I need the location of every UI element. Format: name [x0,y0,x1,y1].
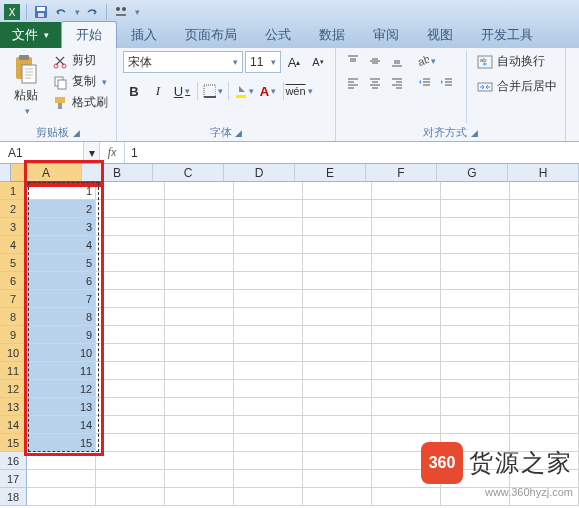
tab-developer[interactable]: 开发工具 [467,22,547,48]
cell[interactable] [441,398,510,416]
tab-view[interactable]: 视图 [413,22,467,48]
cell[interactable] [441,326,510,344]
cell[interactable] [96,434,165,452]
cell[interactable] [510,236,579,254]
cell[interactable] [96,290,165,308]
row-header[interactable]: 10 [0,344,27,362]
cell[interactable] [27,470,96,488]
cell[interactable] [303,362,372,380]
tab-formulas[interactable]: 公式 [251,22,305,48]
cell[interactable] [510,362,579,380]
cell[interactable]: 13 [27,398,96,416]
cell[interactable]: 1 [27,182,96,200]
cell[interactable] [372,290,441,308]
merge-center-button[interactable]: 合并后居中 [475,76,559,97]
cell[interactable] [165,218,234,236]
cell[interactable] [96,398,165,416]
cell[interactable] [372,200,441,218]
row-header[interactable]: 1 [0,182,27,200]
cell[interactable] [303,452,372,470]
cell[interactable] [441,236,510,254]
cell[interactable] [234,236,303,254]
cell[interactable] [510,344,579,362]
cell[interactable] [96,344,165,362]
column-header[interactable]: G [437,164,508,182]
cut-button[interactable]: 剪切 [50,51,110,70]
border-button[interactable]: ▾ [202,80,224,102]
cell[interactable] [234,272,303,290]
cell[interactable]: 12 [27,380,96,398]
cell[interactable] [372,308,441,326]
tab-page-layout[interactable]: 页面布局 [171,22,251,48]
cell[interactable] [510,200,579,218]
cell[interactable] [165,236,234,254]
cell[interactable] [234,380,303,398]
formula-input[interactable]: 1 [125,146,579,160]
cell[interactable] [303,344,372,362]
font-color-button[interactable]: A▾ [257,80,279,102]
cell[interactable] [234,344,303,362]
align-right-button[interactable] [386,73,408,93]
align-middle-button[interactable] [364,51,386,71]
cell[interactable] [165,200,234,218]
column-header[interactable]: C [153,164,224,182]
cell[interactable] [510,398,579,416]
underline-button[interactable]: U▾ [171,80,193,102]
cell[interactable] [441,344,510,362]
row-header[interactable]: 7 [0,290,27,308]
cell[interactable] [234,200,303,218]
tab-home[interactable]: 开始 [61,21,117,48]
grow-font-button[interactable]: A▴ [283,51,305,73]
cell[interactable]: 15 [27,434,96,452]
cell[interactable] [303,200,372,218]
cell[interactable] [165,254,234,272]
row-header[interactable]: 14 [0,416,27,434]
row-header[interactable]: 3 [0,218,27,236]
cell[interactable] [372,272,441,290]
cell[interactable]: 8 [27,308,96,326]
cell[interactable] [372,254,441,272]
column-header[interactable]: B [82,164,153,182]
cell[interactable] [510,308,579,326]
cell[interactable] [96,218,165,236]
cell[interactable] [165,362,234,380]
cell[interactable] [441,254,510,272]
cell[interactable] [441,308,510,326]
cell[interactable] [510,326,579,344]
cell[interactable] [234,416,303,434]
cell[interactable] [510,254,579,272]
cell[interactable] [303,218,372,236]
name-box[interactable]: A1 ▾ [0,142,100,163]
row-header[interactable]: 12 [0,380,27,398]
column-header[interactable]: D [224,164,295,182]
cell[interactable] [96,488,165,506]
cell[interactable]: 5 [27,254,96,272]
wrap-text-button[interactable]: ab 自动换行 [475,51,559,72]
cell[interactable] [165,488,234,506]
row-header[interactable]: 13 [0,398,27,416]
cell[interactable]: 3 [27,218,96,236]
row-header[interactable]: 4 [0,236,27,254]
undo-icon[interactable] [53,4,69,20]
cell[interactable] [165,452,234,470]
decrease-indent-button[interactable] [414,73,436,93]
italic-button[interactable]: I [147,80,169,102]
font-name-combo[interactable]: 宋体▾ [123,51,243,73]
cell[interactable] [372,236,441,254]
copy-button[interactable]: 复制▾ [50,72,110,91]
cell[interactable] [303,326,372,344]
cell[interactable] [165,416,234,434]
cell[interactable] [510,290,579,308]
cell[interactable] [303,380,372,398]
cell[interactable]: 4 [27,236,96,254]
qat-custom-icon[interactable] [113,4,129,20]
cell[interactable] [372,344,441,362]
cell[interactable]: 7 [27,290,96,308]
cell[interactable] [234,434,303,452]
cell[interactable] [303,236,372,254]
tab-review[interactable]: 审阅 [359,22,413,48]
format-painter-button[interactable]: 格式刷 [50,93,110,112]
row-header[interactable]: 6 [0,272,27,290]
name-box-dropdown[interactable]: ▾ [83,142,99,163]
cell[interactable] [303,182,372,200]
